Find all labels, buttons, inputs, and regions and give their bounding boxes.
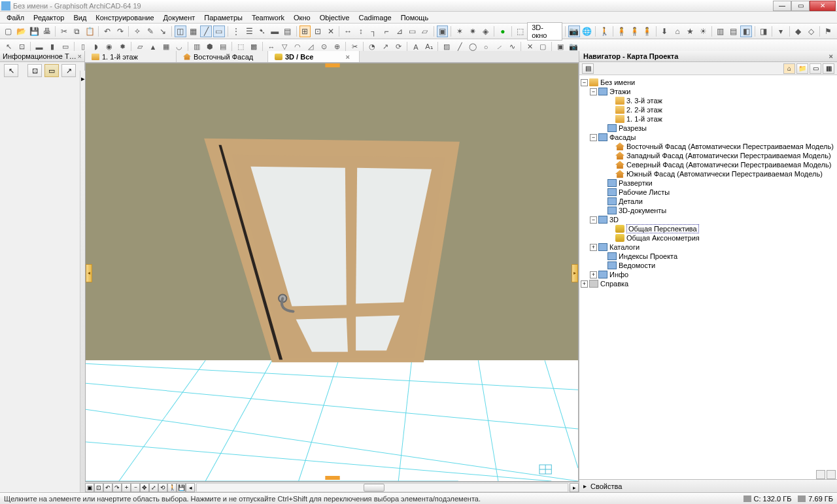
tab-elevation-east[interactable]: Восточный Фасад — [177, 51, 268, 62]
zoom-next-icon[interactable]: ↷ — [112, 483, 122, 492]
tab-floor1[interactable]: 1. 1-й этаж — [85, 51, 177, 62]
save-view-icon[interactable]: 💾 — [177, 483, 186, 492]
orbit-icon[interactable]: ⟲ — [158, 483, 167, 492]
camera-icon[interactable]: 📷 — [568, 25, 580, 37]
info-tool1-icon[interactable]: ↖ — [4, 64, 18, 77]
tree-sections[interactable]: Разрезы — [581, 124, 836, 133]
measure1-icon[interactable]: ↔ — [342, 25, 354, 37]
nav-view-map-icon[interactable]: 📁 — [796, 63, 808, 74]
navigator-title[interactable]: Навигатор - Карта Проекта × — [579, 51, 837, 62]
paste-icon[interactable]: 📋 — [84, 25, 96, 37]
maximize-button[interactable]: ▭ — [791, 1, 810, 11]
navigator-close-icon[interactable]: × — [829, 52, 833, 60]
info-tool4-icon[interactable]: ↗ — [61, 64, 76, 77]
copy-icon[interactable]: ⧉ — [71, 25, 83, 37]
palette2-icon[interactable]: ◇ — [806, 25, 817, 37]
down-icon[interactable]: ⬇ — [659, 25, 671, 37]
tree-elev-south[interactable]: Южный Фасад (Автоматически Перестраиваем… — [581, 169, 836, 178]
palette1-icon[interactable]: ◆ — [793, 25, 804, 37]
info-panel-close-icon[interactable]: × — [78, 52, 82, 60]
tree-elev-north[interactable]: Северный Фасад (Автоматически Перестраив… — [581, 160, 836, 169]
tree-root[interactable]: −Без имени — [581, 78, 836, 87]
walk-icon[interactable]: 🚶 — [167, 483, 177, 492]
ruler-icon[interactable]: ▭ — [213, 25, 225, 37]
home-icon[interactable]: ⌂ — [672, 25, 683, 37]
properties-bar[interactable]: ▸ Свойства — [579, 479, 837, 492]
guideline-icon[interactable]: ╱ — [200, 25, 212, 37]
tree-schedules[interactable]: Ведомости — [581, 261, 836, 270]
tab-close-icon[interactable]: × — [343, 53, 352, 61]
nav-layout-book-icon[interactable]: ▭ — [810, 63, 821, 74]
cut-icon[interactable]: ✂ — [58, 25, 70, 37]
menu-file[interactable]: Файл — [3, 12, 28, 23]
xref-icon[interactable]: ⊞ — [299, 25, 311, 37]
properties-expand-icon[interactable]: ▸ — [583, 482, 587, 490]
menu-design[interactable]: Конструирование — [92, 12, 158, 23]
explode3-icon[interactable]: ◈ — [479, 25, 491, 37]
clip3-icon[interactable]: ◧ — [740, 25, 752, 37]
measure7-icon[interactable]: ▱ — [419, 25, 431, 37]
cube-icon[interactable]: ◨ — [758, 25, 770, 37]
zoom-prev-icon[interactable]: ↶ — [103, 483, 112, 492]
nav-publisher-icon[interactable]: ▦ — [823, 63, 834, 74]
tree-axonometry[interactable]: Общая Аксонометрия — [581, 233, 836, 243]
info-tool2-icon[interactable]: ⊡ — [27, 64, 42, 77]
scroll-left-icon[interactable]: ◂ — [186, 483, 195, 492]
magic-wand-icon[interactable]: ✧ — [131, 25, 143, 37]
pick-icon[interactable]: ↘ — [158, 25, 169, 37]
tree-elevations[interactable]: −Фасады — [581, 133, 836, 142]
viewport-right-expander-icon[interactable]: ▸ — [572, 264, 578, 282]
close-button[interactable]: ✕ — [810, 1, 836, 11]
viewport-left-expander-icon[interactable]: ◂ — [86, 264, 92, 282]
trace-icon[interactable]: ⊡ — [312, 25, 324, 37]
measure5-icon[interactable]: ⊿ — [394, 25, 405, 37]
tree-interior[interactable]: Развертки — [581, 178, 836, 188]
fit-icon[interactable]: ⤢ — [149, 483, 158, 492]
tab-3d-all[interactable]: 3D / Все × — [268, 51, 360, 62]
zoom-extent-icon[interactable]: ▣ — [85, 483, 94, 492]
walk-icon[interactable]: 🚶 — [598, 25, 610, 37]
tree-3ddocs[interactable]: 3D-документы — [581, 206, 836, 215]
info-panel-title[interactable]: Информационное Т… × — [0, 51, 84, 62]
stack-icon[interactable]: ▤ — [282, 25, 294, 37]
nav-toggle2-icon[interactable] — [827, 470, 836, 479]
nav-mode-icon[interactable]: ▤ — [582, 63, 594, 74]
edit-icon[interactable]: ✎ — [145, 25, 156, 37]
measure6-icon[interactable]: ▭ — [406, 25, 418, 37]
tree-perspective[interactable]: Общая Перспектива — [581, 224, 836, 233]
minimize-button[interactable]: — — [773, 1, 791, 11]
man3-icon[interactable]: 🧍 — [641, 25, 653, 37]
menu-cadimage[interactable]: Cadimage — [354, 12, 395, 23]
explode-icon[interactable]: ✶ — [454, 25, 466, 37]
info-tool3-icon[interactable]: ▭ — [44, 64, 59, 77]
nav-project-map-icon[interactable]: ⌂ — [783, 63, 795, 74]
tree-indexes[interactable]: Индексы Проекта — [581, 252, 836, 261]
save-icon[interactable]: 💾 — [28, 25, 40, 37]
fav-icon[interactable]: ★ — [685, 25, 696, 37]
print-icon[interactable]: 🖶 — [41, 25, 53, 37]
menu-teamwork[interactable]: Teamwork — [248, 12, 288, 23]
pan-icon[interactable]: ✥ — [140, 483, 149, 492]
tree-details[interactable]: Детали — [581, 197, 836, 206]
clip1-icon[interactable]: ▥ — [715, 25, 726, 37]
hscroll-thumb[interactable] — [364, 484, 384, 492]
menu-objective[interactable]: Objective — [316, 12, 354, 23]
tree-floor-3[interactable]: 3. 3-й этаж — [581, 96, 836, 105]
record-icon[interactable]: ● — [497, 25, 509, 37]
tree-3d[interactable]: −3D — [581, 215, 836, 224]
measure4-icon[interactable]: ⌐ — [381, 25, 392, 37]
snap-icon[interactable]: ◫ — [175, 25, 186, 37]
zoom-window-icon[interactable]: ⊡ — [94, 483, 103, 492]
explode2-icon[interactable]: ✷ — [467, 25, 479, 37]
tree-elev-east[interactable]: Восточный Фасад (Автоматически Перестраи… — [581, 142, 836, 151]
info-panel-expand-icon[interactable]: ▸ — [80, 71, 85, 492]
clip2-icon[interactable]: ▤ — [728, 25, 740, 37]
undo-icon[interactable]: ↶ — [101, 25, 113, 37]
tree-worksheets[interactable]: Рабочие Листы — [581, 188, 836, 197]
trace-toggle-icon[interactable]: ▣ — [437, 25, 449, 37]
menu-view[interactable]: Вид — [69, 12, 90, 23]
zoom-in-icon[interactable]: ＋ — [122, 483, 131, 492]
drop-icon[interactable]: ▾ — [775, 25, 787, 37]
box-icon[interactable]: ▬ — [269, 25, 281, 37]
redo-icon[interactable]: ↷ — [114, 25, 126, 37]
